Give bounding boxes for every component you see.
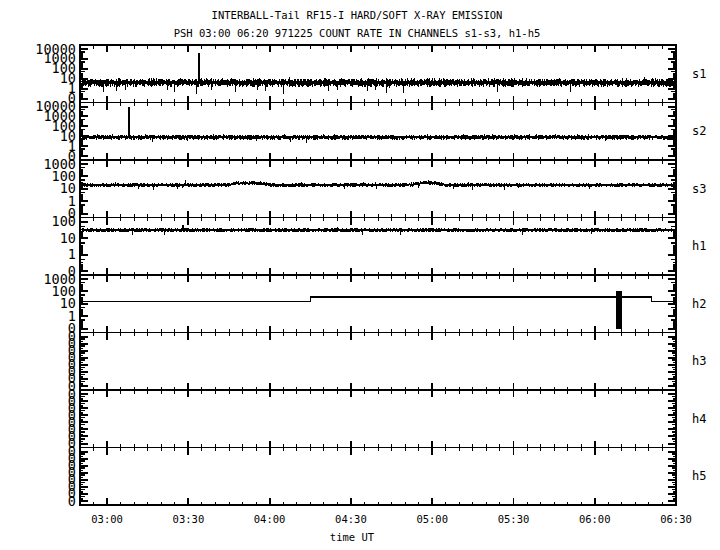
channel-label: h1 <box>692 239 706 253</box>
panel-s2: 1000010001001010s2 <box>35 98 706 164</box>
panel-h3: 00000000h3 <box>68 328 707 394</box>
x-tick-label: 05:30 <box>498 513 530 525</box>
channel-label: s3 <box>692 182 706 196</box>
x-tick-label: 05:00 <box>416 513 448 525</box>
panel-frame <box>80 160 676 218</box>
time-ticks <box>94 333 676 391</box>
trace-h1 <box>82 228 674 235</box>
y-ticks <box>80 164 676 214</box>
x-tick-label: 03:00 <box>91 513 123 525</box>
channel-label: s1 <box>692 67 706 81</box>
y-ticks <box>80 337 676 387</box>
y-ticks <box>80 452 676 502</box>
panel-frame <box>80 448 676 506</box>
channel-label: h5 <box>692 469 706 483</box>
y-tick-label: 10 <box>60 230 76 246</box>
panel-h1: 1001010h1 <box>52 213 707 279</box>
y-ticks <box>80 49 676 99</box>
channel-label: h3 <box>692 354 706 368</box>
panel-h4: 00000000h4 <box>68 386 707 452</box>
x-axis-tick-labels: 03:0003:3004:0004:3005:0005:3006:0006:30 <box>91 513 692 525</box>
y-ticks <box>80 279 676 329</box>
y-tick-label: 100 <box>52 213 76 229</box>
x-tick-label: 06:30 <box>660 513 692 525</box>
trace-s1 <box>82 77 674 93</box>
panel-frame <box>80 218 676 276</box>
x-tick-label: 04:00 <box>254 513 286 525</box>
y-ticks <box>80 107 676 157</box>
panel-h2: 10001001010h2 <box>43 271 706 337</box>
time-ticks <box>94 390 676 448</box>
chart-title: INTERBALL-Tail RF15-I HARD/SOFT X-RAY EM… <box>212 9 503 21</box>
x-tick-label: 03:30 <box>173 513 205 525</box>
channel-label: h4 <box>692 412 706 426</box>
y-tick-label: 1 <box>68 246 76 262</box>
panel-frame <box>80 275 676 333</box>
panel-frame <box>80 390 676 448</box>
trace-h2 <box>80 297 676 302</box>
panel-frame <box>80 45 676 103</box>
y-ticks <box>80 394 676 444</box>
burst-bar-h2 <box>616 291 621 328</box>
panel-frame <box>80 333 676 391</box>
x-tick-label: 06:00 <box>579 513 611 525</box>
time-ticks <box>94 275 676 333</box>
trace-s2 <box>82 134 674 142</box>
screenshot-root: INTERBALL-Tail RF15-I HARD/SOFT X-RAY EM… <box>0 0 720 550</box>
time-ticks <box>94 448 676 506</box>
channel-label: h2 <box>692 297 706 311</box>
time-ticks <box>94 45 676 103</box>
chart-subtitle: PSH 03:00 06:20 971225 COUNT RATE IN CHA… <box>174 27 541 39</box>
panel-s1: 1000010001001010s1 <box>35 41 706 107</box>
panel-h5: 00000000h5 <box>68 443 707 509</box>
x-tick-label: 04:30 <box>335 513 367 525</box>
trace-s3 <box>82 180 674 190</box>
panel-stack: 1000010001001010s11000010001001010s21000… <box>35 41 706 509</box>
time-ticks <box>94 103 676 161</box>
channel-label: s2 <box>692 124 706 138</box>
panel-frame <box>80 103 676 161</box>
x-axis-title: time UT <box>330 531 375 543</box>
panel-s3: 10001001010s3 <box>43 156 706 222</box>
y-tick-label: 0 <box>68 493 76 509</box>
xray-count-rate-chart: INTERBALL-Tail RF15-I HARD/SOFT X-RAY EM… <box>0 0 720 550</box>
time-ticks <box>94 218 676 276</box>
